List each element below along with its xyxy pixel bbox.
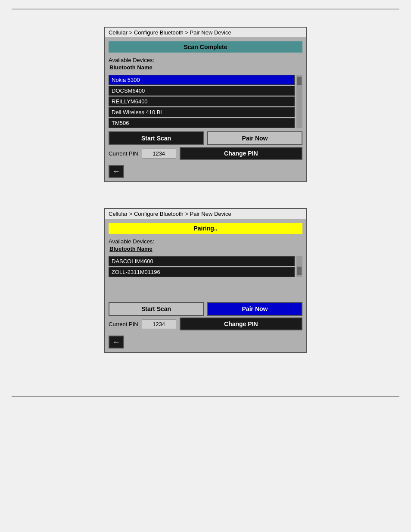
bottom-divider <box>12 396 399 397</box>
breadcrumb-2: Cellular > Configure Bluetooth > Pair Ne… <box>105 209 306 219</box>
top-divider <box>12 9 399 9</box>
device-list-area-2: DASCOLIM4600 ZOLL-2311M01196 <box>109 256 302 277</box>
panel-pairing: Cellular > Configure Bluetooth > Pair Ne… <box>104 208 307 353</box>
back-button-1[interactable]: ← <box>109 165 124 178</box>
status-bar-2: Pairing.. <box>109 223 302 234</box>
device-item-zoll[interactable]: ZOLL-2311M01196 <box>109 267 295 277</box>
scrollbar-thumb-1 <box>297 77 302 85</box>
device-list-1: Nokia 5300 DOCSM6400 REILLYM6400 Dell Wi… <box>109 75 295 128</box>
available-label-1: Available Devices: <box>109 57 302 63</box>
button-row-2: Start Scan Pair Now <box>109 302 302 316</box>
change-pin-button-1[interactable]: Change PIN <box>180 147 302 160</box>
panel2-content: Available Devices: Bluetooth Name <box>105 236 306 256</box>
pin-row-2: Current PIN Change PIN <box>109 317 302 330</box>
spacer-2 <box>105 277 306 299</box>
button-row-1: Start Scan Pair Now <box>109 131 302 145</box>
scrollbar-1[interactable] <box>296 75 302 128</box>
bluetooth-name-header-2: Bluetooth Name <box>109 246 302 252</box>
start-scan-button-2[interactable]: Start Scan <box>109 302 204 316</box>
available-label-2: Available Devices: <box>109 238 302 245</box>
pin-row-1: Current PIN Change PIN <box>109 147 302 160</box>
device-list-area-1: Nokia 5300 DOCSM6400 REILLYM6400 Dell Wi… <box>109 75 302 128</box>
status-bar-1: Scan Complete <box>109 41 302 53</box>
device-item-docsm[interactable]: DOCSM6400 <box>109 86 295 96</box>
pin-label-2: Current PIN <box>109 321 138 327</box>
scrollbar-thumb-2 <box>297 267 302 275</box>
start-scan-button-1[interactable]: Start Scan <box>109 131 204 145</box>
device-item-tm506[interactable]: TM506 <box>109 118 295 128</box>
panel-scan-complete: Cellular > Configure Bluetooth > Pair Ne… <box>104 27 307 182</box>
change-pin-button-2[interactable]: Change PIN <box>180 317 302 330</box>
panel1-content: Available Devices: Bluetooth Name <box>105 54 306 75</box>
device-list-2: DASCOLIM4600 ZOLL-2311M01196 <box>109 256 295 277</box>
pair-now-button-1[interactable]: Pair Now <box>207 131 302 145</box>
pair-now-button-2[interactable]: Pair Now <box>207 302 302 316</box>
device-item-reilly[interactable]: REILLYM6400 <box>109 96 295 106</box>
device-item-dascolim[interactable]: DASCOLIM4600 <box>109 256 295 266</box>
bluetooth-name-header-1: Bluetooth Name <box>109 64 302 71</box>
back-button-2[interactable]: ← <box>109 336 124 348</box>
pin-input-2[interactable] <box>142 319 176 329</box>
page-container: Cellular > Configure Bluetooth > Pair Ne… <box>0 0 411 532</box>
device-item-dell[interactable]: Dell Wireless 410 Bl <box>109 107 295 117</box>
breadcrumb-1: Cellular > Configure Bluetooth > Pair Ne… <box>105 28 306 38</box>
pin-label-1: Current PIN <box>109 150 138 157</box>
device-item-nokia[interactable]: Nokia 5300 <box>109 75 295 85</box>
pin-input-1[interactable] <box>142 149 176 159</box>
scrollbar-2[interactable] <box>296 256 302 277</box>
